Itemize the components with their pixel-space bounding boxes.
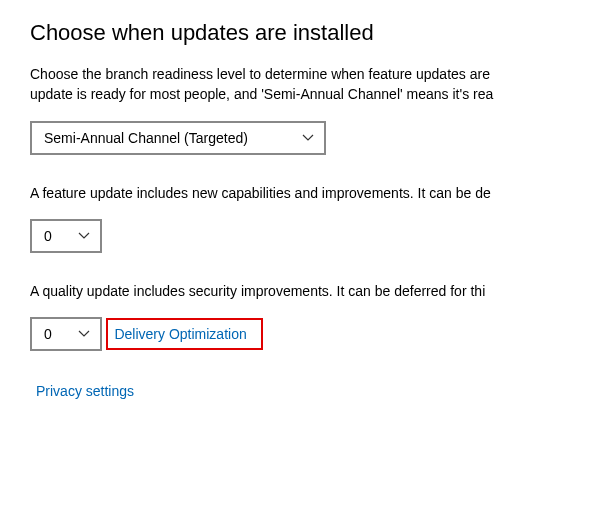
quality-update-description: A quality update includes security impro… <box>30 281 574 301</box>
page-title: Choose when updates are installed <box>30 20 574 46</box>
branch-readiness-dropdown[interactable]: Semi-Annual Channel (Targeted) <box>30 121 326 155</box>
delivery-optimization-link[interactable]: Delivery Optimization <box>110 324 250 344</box>
chevron-down-icon <box>78 230 90 242</box>
quality-defer-value: 0 <box>44 326 52 342</box>
branch-desc-line1: Choose the branch readiness level to det… <box>30 66 490 82</box>
delivery-optimization-highlight: Delivery Optimization <box>106 318 262 350</box>
branch-desc-line2: update is ready for most people, and 'Se… <box>30 86 493 102</box>
chevron-down-icon <box>302 132 314 144</box>
chevron-down-icon <box>78 328 90 340</box>
feature-defer-dropdown[interactable]: 0 <box>30 219 102 253</box>
privacy-settings-link[interactable]: Privacy settings <box>30 379 140 403</box>
quality-defer-dropdown[interactable]: 0 <box>30 317 102 351</box>
feature-defer-value: 0 <box>44 228 52 244</box>
branch-readiness-value: Semi-Annual Channel (Targeted) <box>44 130 248 146</box>
branch-description: Choose the branch readiness level to det… <box>30 64 574 105</box>
feature-update-description: A feature update includes new capabiliti… <box>30 183 574 203</box>
